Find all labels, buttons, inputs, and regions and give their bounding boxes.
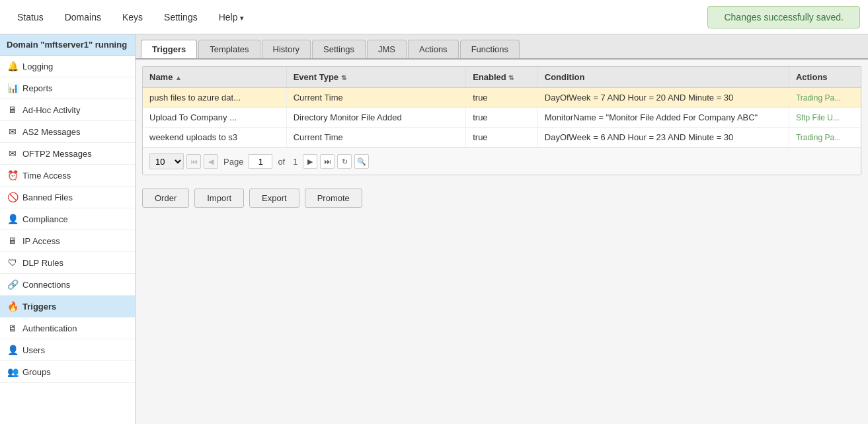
tab-settings[interactable]: Settings bbox=[312, 40, 366, 58]
compliance-icon: 👤 bbox=[7, 213, 19, 225]
col-header-event[interactable]: Event Type ⇅ bbox=[286, 67, 466, 88]
row-enabled: true bbox=[466, 88, 538, 108]
sidebar: Domain "mftserver1" running 🔔 Logging 📊 … bbox=[0, 34, 136, 424]
sidebar-label-oftp2: OFTP2 Messages bbox=[22, 149, 92, 159]
row-event: Directory Monitor File Added bbox=[286, 108, 466, 128]
tab-actions[interactable]: Actions bbox=[408, 40, 459, 58]
prev-page-button[interactable]: ◀ bbox=[204, 154, 218, 169]
nav-help[interactable]: Help bbox=[210, 8, 253, 26]
sidebar-label-bannedfiles: Banned Files bbox=[22, 192, 73, 202]
sidebar-item-authentication[interactable]: 🖥 Authentication bbox=[0, 318, 135, 339]
pagination: 10 25 50 100 ⏮ ◀ Page of 1 ▶ ⏭ ↻ 🔍 bbox=[143, 148, 861, 175]
sidebar-label-triggers: Triggers bbox=[22, 302, 56, 312]
groups-icon: 👥 bbox=[7, 366, 19, 378]
tab-functions[interactable]: Functions bbox=[460, 40, 520, 58]
order-button[interactable]: Order bbox=[142, 189, 189, 208]
content-area: Triggers Templates History Settings JMS … bbox=[136, 34, 868, 424]
nav-status[interactable]: Status bbox=[8, 8, 53, 26]
first-page-button[interactable]: ⏮ bbox=[186, 154, 201, 169]
tab-triggers[interactable]: Triggers bbox=[141, 40, 197, 58]
sidebar-label-logging: Logging bbox=[22, 62, 53, 71]
search-button[interactable]: 🔍 bbox=[354, 154, 369, 169]
promote-button[interactable]: Promote bbox=[305, 189, 362, 208]
bottom-buttons: Order Import Export Promote bbox=[136, 182, 868, 214]
row-name: weekend uploads to s3 bbox=[143, 128, 286, 148]
logging-icon: 🔔 bbox=[7, 60, 19, 72]
table-row[interactable]: Upload To Company ... Directory Monitor … bbox=[143, 108, 861, 128]
import-button[interactable]: Import bbox=[194, 189, 244, 208]
row-condition: MonitorName = "Monitor File Added For Co… bbox=[537, 108, 789, 128]
sidebar-item-users[interactable]: 👤 Users bbox=[0, 339, 135, 361]
tab-templates[interactable]: Templates bbox=[198, 40, 260, 58]
users-icon: 👤 bbox=[7, 344, 19, 356]
table-row[interactable]: push files to azure dat... Current Time … bbox=[143, 88, 861, 108]
row-actions[interactable]: Sftp File U... bbox=[789, 108, 861, 128]
row-enabled: true bbox=[466, 108, 538, 128]
page-label: Page bbox=[223, 157, 243, 167]
nav-keys[interactable]: Keys bbox=[113, 8, 152, 26]
row-name: push files to azure dat... bbox=[143, 88, 286, 108]
sidebar-item-connections[interactable]: 🔗 Connections bbox=[0, 274, 135, 296]
success-banner: Changes successfully saved. bbox=[707, 6, 860, 28]
sidebar-label-connections: Connections bbox=[22, 280, 70, 290]
sidebar-label-dlprules: DLP Rules bbox=[22, 258, 63, 268]
col-header-name[interactable]: Name ▲ bbox=[143, 67, 286, 88]
row-actions[interactable]: Trading Pa... bbox=[789, 88, 861, 108]
sidebar-label-as2: AS2 Messages bbox=[22, 127, 80, 137]
tab-history[interactable]: History bbox=[262, 40, 311, 58]
row-condition: DayOfWeek = 7 AND Hour = 20 AND Minute =… bbox=[537, 88, 789, 108]
sidebar-item-groups[interactable]: 👥 Groups bbox=[0, 361, 135, 383]
refresh-button[interactable]: ↻ bbox=[337, 154, 352, 169]
next-page-button[interactable]: ▶ bbox=[303, 154, 317, 169]
table-area: Name ▲ Event Type ⇅ Enabled ⇅ Condi bbox=[142, 66, 861, 175]
sidebar-label-ipaccess: IP Access bbox=[22, 236, 60, 246]
triggers-icon: 🔥 bbox=[7, 300, 19, 312]
sidebar-label-reports: Reports bbox=[22, 83, 53, 93]
sort-icon-enabled: ⇅ bbox=[508, 74, 514, 81]
bannedfiles-icon: 🚫 bbox=[7, 191, 19, 203]
sidebar-item-bannedfiles[interactable]: 🚫 Banned Files bbox=[0, 187, 135, 208]
per-page-select[interactable]: 10 25 50 100 bbox=[149, 153, 184, 169]
sidebar-label-compliance: Compliance bbox=[22, 214, 68, 224]
sidebar-item-dlprules[interactable]: 🛡 DLP Rules bbox=[0, 252, 135, 274]
page-input[interactable] bbox=[249, 154, 272, 169]
row-event: Current Time bbox=[286, 88, 466, 108]
oftp2-icon: ✉ bbox=[7, 148, 19, 159]
tab-jms[interactable]: JMS bbox=[367, 40, 407, 58]
col-header-condition[interactable]: Condition bbox=[537, 67, 789, 88]
sidebar-label-timeaccess: Time Access bbox=[22, 171, 71, 181]
timeaccess-icon: ⏰ bbox=[7, 169, 19, 181]
nav-settings[interactable]: Settings bbox=[155, 8, 207, 26]
table-row[interactable]: weekend uploads to s3 Current Time true … bbox=[143, 128, 861, 148]
sidebar-label-groups: Groups bbox=[22, 367, 51, 377]
reports-icon: 📊 bbox=[7, 82, 19, 94]
sidebar-item-reports[interactable]: 📊 Reports bbox=[0, 77, 135, 99]
as2-icon: ✉ bbox=[7, 126, 19, 138]
sidebar-item-ipaccess[interactable]: 🖥 IP Access bbox=[0, 230, 135, 252]
row-actions[interactable]: Trading Pa... bbox=[789, 128, 861, 148]
col-header-actions[interactable]: Actions bbox=[789, 67, 861, 88]
sidebar-item-timeaccess[interactable]: ⏰ Time Access bbox=[0, 165, 135, 187]
top-nav: Status Domains Keys Settings Help Change… bbox=[0, 0, 868, 34]
sort-icon-name: ▲ bbox=[175, 74, 182, 81]
ipaccess-icon: 🖥 bbox=[7, 235, 19, 247]
row-condition: DayOfWeek = 6 AND Hour = 23 AND Minute =… bbox=[537, 128, 789, 148]
sidebar-label-users: Users bbox=[22, 345, 45, 355]
sidebar-item-as2[interactable]: ✉ AS2 Messages bbox=[0, 121, 135, 143]
nav-domains[interactable]: Domains bbox=[56, 8, 110, 26]
col-header-enabled[interactable]: Enabled ⇅ bbox=[466, 67, 538, 88]
sidebar-item-logging[interactable]: 🔔 Logging bbox=[0, 56, 135, 77]
authentication-icon: 🖥 bbox=[7, 322, 19, 334]
sidebar-item-oftp2[interactable]: ✉ OFTP2 Messages bbox=[0, 143, 135, 165]
sidebar-label-adhoc: Ad-Hoc Activity bbox=[22, 105, 80, 115]
export-button[interactable]: Export bbox=[249, 189, 299, 208]
sidebar-item-adhoc[interactable]: 🖥 Ad-Hoc Activity bbox=[0, 99, 135, 121]
dlprules-icon: 🛡 bbox=[7, 257, 19, 269]
sidebar-item-compliance[interactable]: 👤 Compliance bbox=[0, 208, 135, 230]
row-name: Upload To Company ... bbox=[143, 108, 286, 128]
last-page-button[interactable]: ⏭ bbox=[320, 154, 335, 169]
main-layout: Domain "mftserver1" running 🔔 Logging 📊 … bbox=[0, 34, 868, 424]
sidebar-item-triggers[interactable]: 🔥 Triggers bbox=[0, 296, 135, 318]
sidebar-label-authentication: Authentication bbox=[22, 323, 77, 333]
row-event: Current Time bbox=[286, 128, 466, 148]
